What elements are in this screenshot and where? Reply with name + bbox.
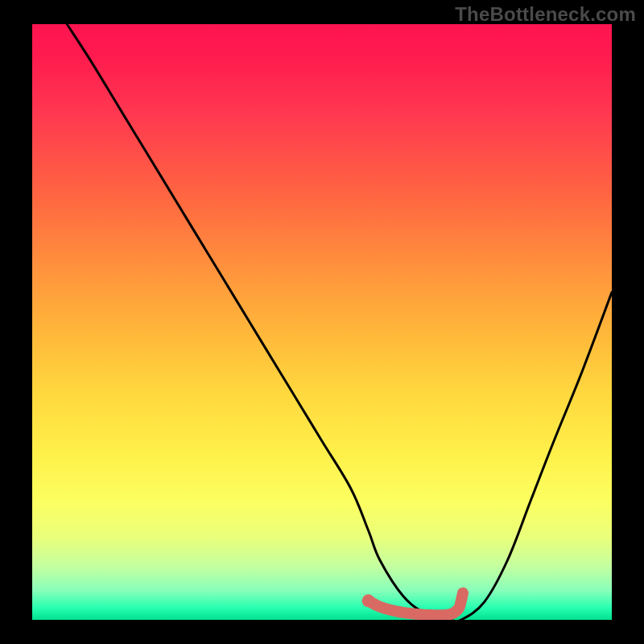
optimal-range-highlight xyxy=(369,593,463,616)
curve-layer xyxy=(32,24,612,620)
bottleneck-curve xyxy=(67,24,612,620)
attribution-label: TheBottleneck.com xyxy=(455,3,636,26)
optimal-range-start-dot xyxy=(362,594,375,607)
plot-area xyxy=(32,24,612,620)
chart-frame: TheBottleneck.com xyxy=(0,0,644,644)
